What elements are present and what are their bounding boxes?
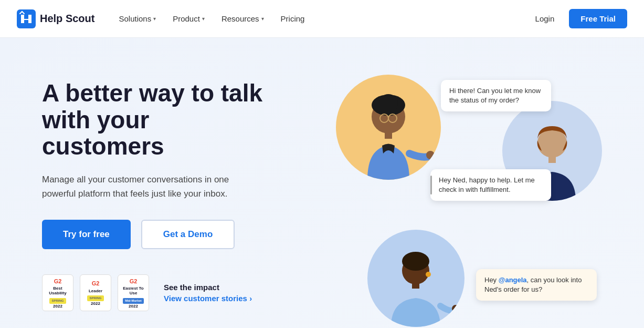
person3-svg (373, 240, 459, 327)
impact-title: See the impact (164, 283, 252, 292)
nav-solutions[interactable]: Solutions ▾ (111, 10, 163, 27)
person3-circle (367, 230, 464, 327)
nav-links: Solutions ▾ Product ▾ Resources ▾ Pricin… (111, 10, 529, 27)
hero-illustration: Hi there! Can you let me know the status… (325, 69, 613, 328)
logo-text: Help Scout (40, 13, 94, 25)
characters: Hi there! Can you let me know the status… (325, 69, 613, 328)
svg-point-8 (426, 151, 435, 159)
person3 (367, 230, 464, 327)
chevron-down-icon: ▾ (261, 16, 264, 22)
hero-buttons: Try for free Get a Demo (42, 220, 315, 249)
svg-point-3 (379, 94, 398, 113)
logo[interactable]: Help Scout (17, 9, 94, 28)
svg-point-14 (426, 272, 431, 277)
chat-bubble-1: Hi there! Can you let me know the status… (441, 80, 551, 111)
badge-leader: G2 Leader SPRING 2022 (80, 274, 111, 311)
chat-bubble-3: Hey @angela, can you look into Ned's ord… (476, 269, 597, 301)
nav-right: Login Free Trial (529, 9, 627, 28)
try-free-button[interactable]: Try for free (42, 220, 131, 249)
get-demo-button[interactable]: Get a Demo (141, 220, 235, 249)
hero-section: A better way to talk with your customers… (0, 38, 644, 328)
chevron-down-icon: ▾ (153, 16, 156, 22)
svg-rect-15 (412, 283, 419, 289)
hero-subtext: Manage all your customer conversations i… (42, 172, 252, 201)
helpscout-logo-icon (17, 9, 36, 28)
svg-point-16 (452, 305, 459, 312)
nav-product[interactable]: Product ▾ (165, 10, 212, 27)
mention-angela: @angela (499, 276, 527, 284)
login-link[interactable]: Login (529, 10, 561, 27)
person1 (336, 75, 441, 180)
nav-pricing[interactable]: Pricing (273, 10, 312, 27)
navbar: Help Scout Solutions ▾ Product ▾ Resourc… (0, 0, 644, 38)
svg-rect-7 (385, 132, 392, 139)
view-stories-link[interactable]: View customer stories › (164, 294, 252, 303)
hero-heading: A better way to talk with your customers (42, 80, 273, 160)
badges-row: G2 Best Usability SPRING 2022 G2 Leader … (42, 274, 149, 311)
chevron-down-icon: ▾ (202, 16, 205, 22)
hero-left: A better way to talk with your customers… (42, 69, 315, 311)
nav-resources[interactable]: Resources ▾ (214, 10, 271, 27)
hero-badges: G2 Best Usability SPRING 2022 G2 Leader … (42, 274, 315, 311)
badge-easiest-to-use: G2 Easiest To Use Mid-Market 2022 (118, 274, 149, 311)
free-trial-button[interactable]: Free Trial (569, 9, 627, 28)
person1-circle (336, 75, 441, 180)
person1-svg (341, 85, 436, 180)
hero-impact: See the impact View customer stories › (164, 283, 252, 303)
svg-rect-10 (548, 157, 556, 163)
chat-bubble-2: Hey Ned, happy to help. Let me check in … (430, 169, 551, 201)
badge-best-usability: G2 Best Usability SPRING 2022 (42, 274, 73, 311)
svg-point-13 (402, 252, 429, 271)
